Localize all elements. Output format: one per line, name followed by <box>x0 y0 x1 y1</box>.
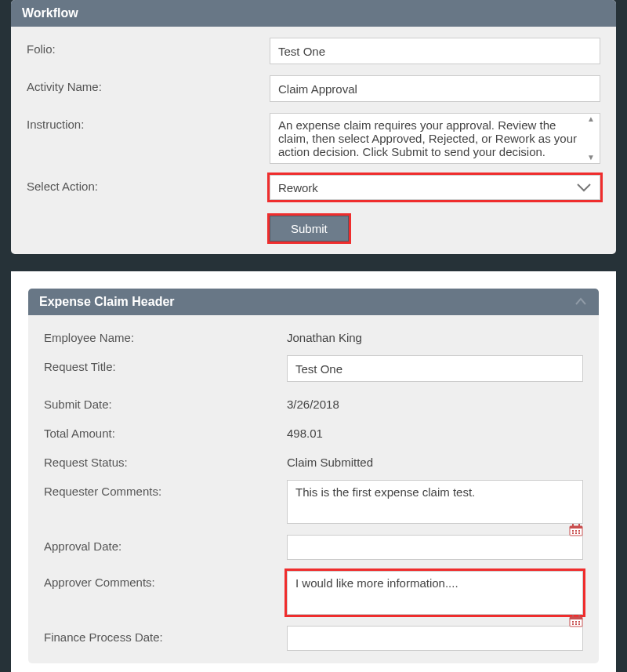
svg-rect-3 <box>578 524 580 527</box>
collapse-chevron-icon[interactable] <box>574 295 588 309</box>
expense-claim-header: Expense Claim Header <box>28 289 599 315</box>
scroll-down-icon[interactable]: ▼ <box>587 154 596 162</box>
workflow-body: Folio: Activity Name: Instruction: An ex… <box>11 27 616 254</box>
svg-rect-11 <box>570 617 582 619</box>
svg-rect-18 <box>575 623 577 625</box>
finance-process-date-input[interactable] <box>287 626 583 651</box>
finance-process-date-label: Finance Process Date: <box>44 626 287 644</box>
folio-input[interactable] <box>270 38 600 64</box>
activity-name-label: Activity Name: <box>27 75 270 93</box>
approval-date-input[interactable] <box>287 535 583 560</box>
svg-rect-7 <box>572 532 574 534</box>
workflow-title: Workflow <box>22 6 78 20</box>
svg-rect-2 <box>572 524 574 527</box>
requester-comments-row: Requester Comments: This is the first ex… <box>44 480 583 524</box>
folio-row: Folio: <box>27 38 600 64</box>
instruction-scrollbar[interactable]: ▲ ▼ <box>587 115 596 162</box>
request-status-label: Request Status: <box>44 451 287 469</box>
approval-date-row: Approval Date: <box>44 535 583 560</box>
submit-button[interactable]: Submit <box>270 216 349 242</box>
approval-date-wrap <box>287 535 583 560</box>
submit-date-label: Submit Date: <box>44 393 287 411</box>
select-action-dropdown[interactable]: Rework <box>270 175 600 200</box>
expense-claim-body: Employee Name: Jonathan King Request Tit… <box>28 315 599 663</box>
approver-comments-textarea[interactable]: I would like more information.... <box>287 571 583 615</box>
submit-button-wrap: Submit <box>270 216 349 242</box>
svg-rect-5 <box>575 530 577 532</box>
finance-process-date-wrap <box>287 626 583 651</box>
scroll-up-icon[interactable]: ▲ <box>587 115 596 123</box>
finance-process-date-row: Finance Process Date: <box>44 626 583 651</box>
folio-label: Folio: <box>27 38 270 56</box>
approver-comments-row: Approver Comments: I would like more inf… <box>44 571 583 615</box>
approval-date-label: Approval Date: <box>44 535 287 553</box>
svg-rect-4 <box>572 530 574 532</box>
svg-rect-16 <box>578 621 580 623</box>
activity-name-row: Activity Name: <box>27 75 600 102</box>
approver-comments-text: I would like more information.... <box>295 576 458 590</box>
submit-date-value: 3/26/2018 <box>287 393 339 411</box>
activity-name-input[interactable] <box>270 75 600 102</box>
calendar-icon[interactable] <box>569 615 583 630</box>
svg-rect-19 <box>578 623 580 625</box>
request-status-value: Claim Submitted <box>287 451 373 469</box>
svg-rect-1 <box>570 526 582 529</box>
expense-claim-title: Expense Claim Header <box>39 295 175 309</box>
svg-rect-12 <box>572 615 574 618</box>
workflow-panel: Workflow Folio: Activity Name: Instructi… <box>11 0 616 254</box>
employee-name-row: Employee Name: Jonathan King <box>44 326 583 344</box>
employee-name-label: Employee Name: <box>44 326 287 344</box>
total-amount-row: Total Amount: 498.01 <box>44 422 583 440</box>
requester-comments-text: This is the first expense claim test. <box>295 485 475 499</box>
select-action-label: Select Action: <box>27 175 270 193</box>
instruction-text: An expense claim requires your approval.… <box>278 118 577 158</box>
calendar-icon[interactable] <box>569 524 583 539</box>
total-amount-value: 498.01 <box>287 422 323 440</box>
svg-rect-17 <box>572 623 574 625</box>
svg-rect-6 <box>578 530 580 532</box>
chevron-down-icon <box>576 183 592 192</box>
request-title-row: Request Title: <box>44 355 583 382</box>
request-title-input[interactable] <box>287 355 583 382</box>
submit-date-row: Submit Date: 3/26/2018 <box>44 393 583 411</box>
svg-rect-14 <box>572 621 574 623</box>
workflow-header: Workflow <box>11 0 616 27</box>
expense-claim-container: Expense Claim Header Employee Name: Jona… <box>11 271 616 672</box>
select-action-value: Rework <box>278 181 318 194</box>
svg-rect-9 <box>578 532 580 534</box>
requester-comments-textarea[interactable]: This is the first expense claim test. <box>287 480 583 524</box>
instruction-label: Instruction: <box>27 113 270 131</box>
request-status-row: Request Status: Claim Submitted <box>44 451 583 469</box>
instruction-textarea[interactable]: An expense claim requires your approval.… <box>270 113 600 164</box>
total-amount-label: Total Amount: <box>44 422 287 440</box>
svg-rect-15 <box>575 621 577 623</box>
requester-comments-label: Requester Comments: <box>44 480 287 498</box>
request-title-label: Request Title: <box>44 355 287 373</box>
instruction-row: Instruction: An expense claim requires y… <box>27 113 600 164</box>
svg-rect-13 <box>578 615 580 618</box>
approver-comments-label: Approver Comments: <box>44 571 287 589</box>
expense-claim-panel: Expense Claim Header Employee Name: Jona… <box>28 289 599 663</box>
svg-rect-8 <box>575 532 577 534</box>
select-action-row: Select Action: Rework <box>27 175 600 200</box>
employee-name-value: Jonathan King <box>287 326 362 344</box>
